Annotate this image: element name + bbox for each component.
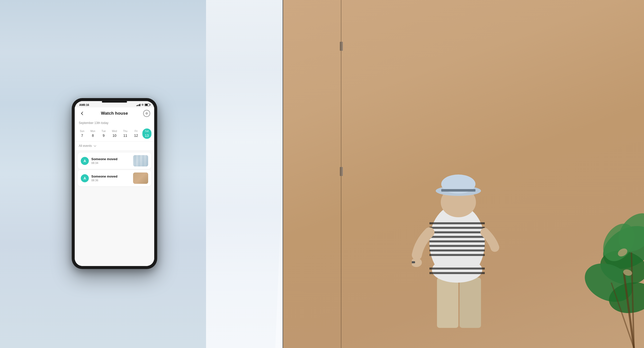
day-wed[interactable]: Wed 10	[110, 128, 119, 139]
app-content: Watch house September 13th today Sun 7	[75, 107, 154, 266]
app-title: Watch house	[101, 111, 128, 116]
svg-rect-12	[429, 222, 485, 224]
plant-decoration	[558, 202, 644, 348]
svg-rect-30	[412, 261, 415, 263]
filter-label: All events	[79, 144, 92, 148]
settings-button[interactable]	[143, 110, 150, 117]
events-list[interactable]: A Someone moved 08:34 A	[75, 150, 154, 266]
event-avatar-1: A	[81, 157, 89, 165]
status-icons: ⊛	[136, 103, 150, 106]
event-title-2: Someone moved	[91, 175, 131, 178]
settings-icon	[146, 112, 148, 114]
event-title-1: Someone moved	[91, 157, 131, 161]
battery-icon	[145, 104, 150, 106]
status-time: AM8:16	[79, 103, 89, 106]
day-sun[interactable]: Sun 7	[77, 128, 87, 139]
day-tue[interactable]: Tue 9	[99, 128, 108, 139]
event-thumb-person	[133, 172, 148, 184]
phone-notch	[102, 101, 127, 103]
event-thumb-2[interactable]	[133, 172, 148, 184]
svg-rect-19	[429, 254, 485, 256]
svg-rect-23	[441, 189, 475, 192]
event-time-1: 08:34	[91, 161, 131, 164]
event-thumb-curtain	[133, 155, 148, 166]
phone-screen: AM8:16 ⊛	[75, 101, 154, 266]
event-item-1[interactable]: A Someone moved 08:34	[78, 153, 151, 169]
event-item-2[interactable]: A Someone moved 08:36	[78, 170, 151, 186]
day-tue-name: Tue	[102, 130, 106, 133]
svg-rect-17	[429, 245, 485, 247]
door-hinge-top	[340, 42, 343, 51]
phone-outer-frame: AM8:16 ⊛	[72, 98, 157, 269]
day-fri-num: 12	[134, 134, 138, 138]
signal-icon	[136, 104, 141, 106]
day-wed-num: 10	[112, 134, 116, 138]
event-thumb-1[interactable]	[133, 155, 148, 166]
day-fri-name: Fri	[135, 130, 138, 133]
event-avatar-letter-2: A	[84, 176, 86, 180]
day-sun-num: 7	[81, 134, 83, 138]
phone-device: AM8:16 ⊛	[72, 98, 157, 269]
svg-rect-27	[429, 268, 485, 270]
day-sun-name: Sun	[80, 130, 84, 133]
day-sat[interactable]: Sat 13	[142, 128, 151, 139]
filter-bar[interactable]: All events	[75, 142, 154, 150]
svg-rect-14	[429, 231, 485, 233]
day-tue-num: 9	[103, 134, 105, 138]
event-time-2: 08:36	[91, 179, 131, 182]
filter-chevron-icon	[93, 144, 96, 147]
door-line-main	[283, 0, 283, 348]
svg-rect-15	[429, 236, 485, 238]
svg-rect-13	[429, 227, 485, 229]
date-text: September 13th today	[79, 121, 108, 125]
day-mon[interactable]: Mon 8	[88, 128, 97, 139]
svg-rect-18	[429, 249, 485, 251]
day-fri[interactable]: Fri 12	[132, 128, 141, 139]
date-header: September 13th today	[75, 119, 154, 127]
svg-rect-28	[429, 272, 485, 274]
event-avatar-letter-1: A	[84, 159, 86, 163]
app-header: Watch house	[75, 107, 154, 119]
day-thu-num: 11	[123, 134, 127, 138]
back-arrow-icon	[81, 112, 85, 115]
day-thu-name: Thu	[123, 130, 127, 133]
person-figure	[412, 147, 502, 348]
svg-rect-24	[437, 278, 458, 328]
event-avatar-2: A	[81, 174, 89, 182]
svg-rect-16	[429, 240, 485, 242]
day-wed-name: Wed	[112, 130, 117, 133]
day-thu[interactable]: Thu 11	[121, 128, 130, 139]
svg-point-26	[432, 257, 482, 283]
day-selector: Sun 7 Mon 8 Tue 9 Wed 10	[75, 127, 154, 141]
day-sat-name: Sat	[145, 130, 149, 133]
wifi-icon: ⊛	[141, 103, 144, 106]
day-mon-num: 8	[92, 134, 94, 138]
event-info-2: Someone moved 08:36	[91, 175, 131, 182]
event-info-1: Someone moved 08:34	[91, 157, 131, 164]
day-sat-num: 13	[145, 134, 149, 138]
back-button[interactable]	[79, 110, 86, 117]
day-mon-name: Mon	[90, 130, 95, 133]
door-hinge-bottom	[340, 167, 343, 176]
svg-rect-25	[460, 278, 481, 328]
